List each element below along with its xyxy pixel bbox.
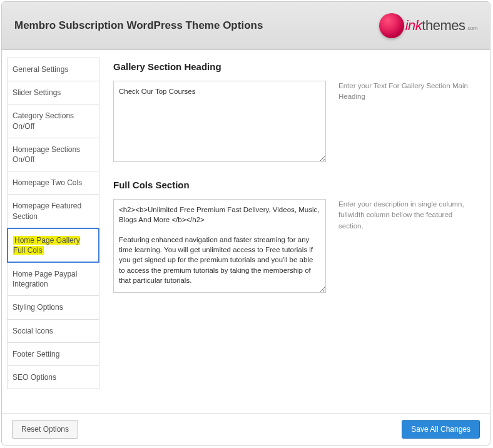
sidebar-item-homepage-sections[interactable]: Homepage Sections On/Off [7,138,99,171]
sidebar-item-paypal-integration[interactable]: Home Page Paypal Integration [7,262,99,296]
sidebar-item-slider-settings[interactable]: Slider Settings [7,81,99,104]
save-button[interactable]: Save All Changes [402,420,480,439]
sidebar-item-gallery-full-cols[interactable]: Home Page Gallery Full Cols [7,228,99,263]
full-cols-label: Full Cols Section [113,180,476,190]
sidebar-item-category-sections[interactable]: Category Sections On/Off [7,104,99,138]
sidebar-item-seo-options[interactable]: SEO Options [7,365,99,389]
sidebar-item-general-settings[interactable]: General Settings [7,58,99,81]
sidebar-item-footer-setting[interactable]: Footer Setting [7,342,99,366]
body: General Settings Slider Settings Categor… [2,50,490,413]
brand-logo: inkthemes.com [379,13,477,38]
logo-text: inkthemes.com [405,18,477,34]
footer: Reset Options Save All Changes [2,413,490,445]
gallery-heading-input[interactable] [113,81,326,162]
sidebar: General Settings Slider Settings Categor… [2,50,99,413]
page-title: Membro Subscription WordPress Theme Opti… [14,19,263,32]
reset-button[interactable]: Reset Options [12,420,78,439]
gallery-heading-section: Gallery Section Heading Enter your Text … [113,61,476,162]
gallery-heading-help: Enter your Text For Gallery Section Main… [338,81,470,103]
header: Membro Subscription WordPress Theme Opti… [2,2,490,50]
sidebar-item-social-icons[interactable]: Social Icons [7,319,99,343]
sidebar-item-homepage-two-cols[interactable]: Homepage Two Cols [7,171,99,195]
gallery-heading-label: Gallery Section Heading [113,61,476,72]
main-content: Gallery Section Heading Enter your Text … [99,50,490,413]
full-cols-help: Enter your description in single column,… [338,199,470,232]
full-cols-input[interactable] [113,199,326,293]
logo-icon [379,13,404,38]
options-panel: Membro Subscription WordPress Theme Opti… [1,1,490,445]
sidebar-item-styling-options[interactable]: Styling Options [7,295,99,319]
full-cols-section: Full Cols Section Enter your description… [113,180,476,293]
sidebar-item-homepage-featured[interactable]: Homepage Featured Section [7,194,99,228]
